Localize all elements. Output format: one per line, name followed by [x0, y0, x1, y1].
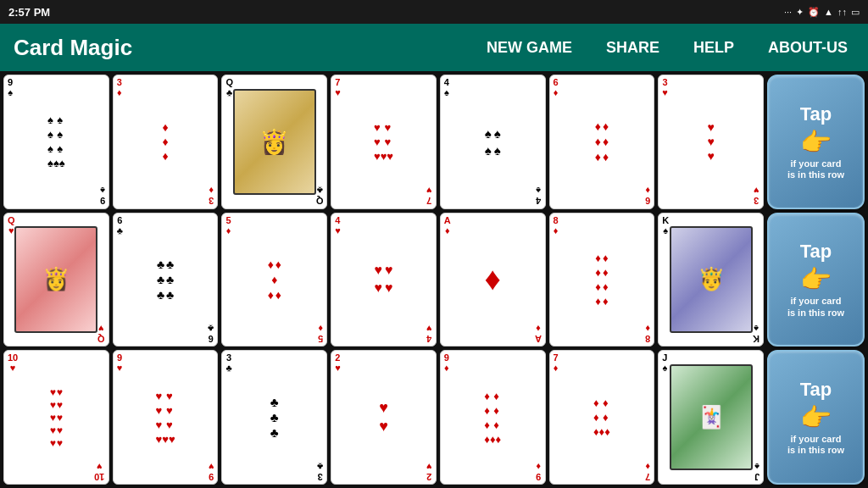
card-rank-bottom: 5♦: [318, 324, 323, 344]
dots-icon: ···: [784, 7, 792, 17]
card-rank-bottom: Q♥: [97, 324, 105, 344]
main-content: 9♠ ♠♠ ♠♠ ♠♠ ♠♠♠ 9♠ 3♦ ♦ ♦ ♦ 3♦ Q♣: [0, 71, 868, 488]
card-6-diamonds[interactable]: 6♦ ♦♦ ♦♦ ♦♦ 6♦: [549, 75, 655, 209]
face-card-image: 👸: [233, 89, 316, 195]
tap-row-2-button[interactable]: Tap 👉 if your cardis in this row: [767, 213, 865, 347]
card-q-hearts[interactable]: Q♥ 👸 Q♥: [3, 213, 109, 347]
card-center: ♣♣ ♣♣ ♣♣: [157, 258, 174, 302]
alarm-icon: ⏰: [808, 7, 820, 18]
card-rank-bottom: 8♦: [645, 324, 650, 344]
card-rank-top: J♠: [662, 352, 667, 373]
card-center: ♠♠ ♠♠ ♠♠ ♠♠♠: [47, 114, 65, 169]
card-rank-top: 10♥: [8, 352, 18, 373]
card-9-diamonds[interactable]: 9♦ ♦♦ ♦♦ ♦♦ ♦♦♦ 9♦: [440, 350, 546, 485]
card-rank-top: Q♣: [225, 77, 233, 97]
card-rank-top: 3♥: [662, 77, 668, 97]
card-rank-bottom: Q♣: [316, 186, 324, 206]
status-icons: ··· ✦ ⏰ ▲ ↑↑ ▭: [784, 7, 860, 18]
card-4-hearts[interactable]: 4♥ ♥♥ ♥♥ 4♥: [331, 213, 437, 347]
header: Card Magic NEW GAME SHARE HELP ABOUT-US: [0, 24, 868, 71]
card-rank-top: 3♦: [117, 77, 122, 97]
card-center: ♣ ♣ ♣: [270, 395, 279, 440]
tap-hand-icon-1: 👉: [800, 127, 832, 157]
battery-icon: ▭: [851, 7, 860, 18]
tap-hand-icon-3: 👉: [800, 402, 832, 432]
card-center: ♥♥ ♥♥ ♥♥ ♥♥♥: [155, 390, 175, 446]
card-k-spades[interactable]: K♠ 🤴 K♠: [658, 213, 764, 347]
tap-buttons-panel: Tap 👉 if your cardis in this row Tap 👉 i…: [767, 75, 865, 485]
card-rank-top: 9♥: [117, 352, 123, 373]
card-9-spades[interactable]: 9♠ ♠♠ ♠♠ ♠♠ ♠♠♠ 9♠: [3, 75, 109, 209]
card-7-diamonds[interactable]: 7♦ ♦♦ ♦♦ ♦♦♦ 7♦: [549, 350, 655, 485]
about-us-button[interactable]: ABOUT-US: [761, 36, 854, 60]
card-5-diamonds[interactable]: 5♦ ♦♦ ♦ ♦♦ 5♦: [221, 213, 327, 347]
card-center: ♦♦ ♦♦ ♦♦: [595, 119, 609, 164]
card-center: ♦♦ ♦ ♦♦: [268, 258, 281, 302]
card-center: ♦♦ ♦♦ ♦♦♦: [593, 396, 610, 438]
card-rank-top: 2♥: [335, 352, 341, 373]
card-rank-bottom: 9♠: [100, 186, 105, 206]
card-rank-bottom: 6♣: [208, 324, 214, 344]
card-rank-top: 9♠: [8, 77, 13, 97]
wifi-icon: ▲: [824, 7, 833, 17]
bluetooth-icon: ✦: [796, 7, 804, 18]
card-rank-bottom: A♦: [535, 324, 542, 344]
tap-row-1-button[interactable]: Tap 👉 if your cardis in this row: [767, 75, 865, 209]
card-a-diamonds[interactable]: A♦ ♦ A♦: [440, 213, 546, 347]
face-card-image: 👸: [14, 226, 97, 332]
card-center: ♥ ♥: [379, 399, 388, 435]
card-rank-bottom: 9♥: [209, 462, 214, 482]
card-rank-bottom: 3♥: [754, 186, 760, 206]
card-q-clubs[interactable]: Q♣ 👸 Q♣: [221, 75, 327, 209]
tap-label-2: Tap: [800, 241, 832, 263]
tap-sub-1: if your cardis in this row: [787, 158, 844, 180]
card-7-hearts[interactable]: 7♥ ♥♥ ♥♥ ♥♥♥ 7♥: [331, 75, 437, 209]
card-center: ♦: [485, 261, 501, 297]
card-center: ♠♠ ♠♠: [485, 126, 501, 158]
card-rank-bottom: 6♦: [645, 186, 650, 206]
card-4-spades[interactable]: 4♠ ♠♠ ♠♠ 4♠: [440, 75, 546, 209]
card-rank-top: 7♥: [335, 77, 341, 97]
card-rank-bottom: 10♥: [94, 462, 104, 482]
card-rank-bottom: 4♥: [426, 324, 432, 344]
card-rank-top: A♦: [444, 215, 451, 236]
card-rank-bottom: 9♦: [536, 462, 541, 482]
card-3-diamonds[interactable]: 3♦ ♦ ♦ ♦ 3♦: [113, 75, 219, 209]
card-9-hearts[interactable]: 9♥ ♥♥ ♥♥ ♥♥ ♥♥♥ 9♥: [113, 350, 219, 485]
tap-sub-2: if your cardis in this row: [787, 296, 844, 318]
tap-label-3: Tap: [800, 379, 832, 401]
signal-icon: ↑↑: [837, 7, 847, 17]
card-j-spades[interactable]: J♠ 🃏 J♠: [658, 350, 764, 485]
tap-row-3-button[interactable]: Tap 👉 if your cardis in this row: [767, 350, 865, 485]
card-rank-top: K♠: [662, 215, 669, 236]
card-3-hearts[interactable]: 3♥ ♥ ♥ ♥ 3♥: [658, 75, 764, 209]
card-rank-bottom: 2♥: [426, 462, 432, 482]
card-rank-top: 4♠: [444, 77, 449, 97]
card-rank-bottom: J♠: [754, 462, 760, 482]
card-rank-top: 8♦: [554, 215, 559, 236]
card-rank-top: Q♥: [8, 215, 15, 236]
card-8-diamonds[interactable]: 8♦ ♦♦ ♦♦ ♦♦ ♦♦ 8♦: [549, 213, 655, 347]
face-card-image: 🃏: [670, 364, 753, 470]
face-card-image: 🤴: [670, 226, 753, 332]
card-rank-top: 3♣: [225, 352, 231, 373]
card-rank-top: 6♦: [554, 77, 559, 97]
tap-sub-3: if your cardis in this row: [787, 434, 844, 456]
share-button[interactable]: SHARE: [599, 36, 666, 60]
new-game-button[interactable]: NEW GAME: [480, 36, 579, 60]
card-3-clubs[interactable]: 3♣ ♣ ♣ ♣ 3♣: [221, 350, 327, 485]
card-rank-bottom: K♠: [753, 324, 760, 344]
app-title: Card Magic: [14, 35, 480, 61]
card-center: ♦ ♦ ♦: [162, 120, 168, 163]
card-rank-top: 4♥: [335, 215, 341, 236]
card-rank-top: 6♣: [117, 215, 123, 236]
card-center: ♥♥ ♥♥ ♥♥♥: [374, 121, 393, 163]
card-2-hearts[interactable]: 2♥ ♥ ♥ 2♥: [331, 350, 437, 485]
cards-grid: 9♠ ♠♠ ♠♠ ♠♠ ♠♠♠ 9♠ 3♦ ♦ ♦ ♦ 3♦ Q♣: [3, 75, 764, 485]
card-center: ♥♥ ♥♥ ♥♥ ♥♥ ♥♥: [50, 386, 63, 449]
card-center: ♥ ♥ ♥: [707, 120, 714, 163]
card-rank-top: 7♦: [554, 352, 559, 373]
card-10-hearts[interactable]: 10♥ ♥♥ ♥♥ ♥♥ ♥♥ ♥♥ 10♥: [3, 350, 109, 485]
help-button[interactable]: HELP: [687, 36, 741, 60]
card-6-clubs[interactable]: 6♣ ♣♣ ♣♣ ♣♣ 6♣: [113, 213, 219, 347]
